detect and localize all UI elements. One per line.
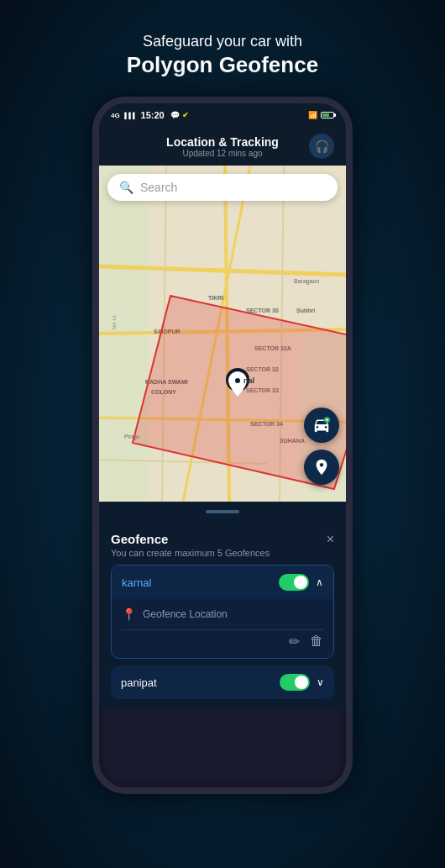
svg-text:TIKRI: TIKRI	[208, 295, 223, 301]
geofence-actions: ✏ 🗑	[122, 629, 323, 650]
app-subtitle: Updated 12 mins ago	[136, 149, 309, 158]
battery-icon	[321, 112, 334, 118]
app-title: Location & Tracking	[136, 135, 309, 149]
app-title-block: Location & Tracking Updated 12 mins ago	[136, 135, 309, 158]
geofence-title: Geofence	[111, 532, 270, 546]
geofence-header: Geofence You can create maximum 5 Geofen…	[111, 532, 334, 558]
geofence-expanded-karnal: 📍 Geofence Location ✏ 🗑	[112, 599, 333, 658]
headline-bold: Polygon Geofence	[127, 51, 318, 80]
headphone-icon: 🎧	[315, 139, 329, 153]
delete-button[interactable]: 🗑	[310, 634, 323, 650]
close-button[interactable]: ×	[327, 532, 334, 547]
pull-indicator-container	[99, 502, 346, 522]
car-location-button[interactable]	[304, 408, 339, 443]
geofence-item-name-karnal: karnal	[122, 576, 151, 589]
chevron-down-icon-panipat[interactable]: ∨	[317, 676, 324, 688]
search-placeholder: Search	[140, 181, 177, 194]
search-icon: 🔍	[119, 181, 134, 194]
svg-text:nal: nal	[243, 376, 254, 385]
person-location-button[interactable]	[304, 450, 339, 485]
status-right: 📶	[308, 111, 334, 119]
signal-4g: 4G	[111, 112, 120, 119]
signal-icon: 📶	[308, 111, 317, 119]
geofence-item-controls-karnal: ∧	[279, 574, 323, 591]
map-float-buttons	[304, 408, 339, 485]
geofence-title-block: Geofence You can create maximum 5 Geofen…	[111, 532, 270, 558]
app-header: Location & Tracking Updated 12 mins ago …	[99, 127, 346, 166]
headline: Safeguard your car with Polygon Geofence	[127, 32, 318, 80]
person-pin-icon	[312, 458, 331, 476]
location-pin-icon: 📍	[122, 608, 136, 621]
status-bar: 4G ▐▐▐ 15:20 💬 ✔ 📶	[99, 103, 346, 127]
edit-button[interactable]: ✏	[289, 634, 300, 650]
phone-frame: 4G ▐▐▐ 15:20 💬 ✔ 📶 Location & Tracking U…	[92, 97, 353, 794]
tick-icon: ✔	[182, 111, 189, 119]
geofence-item-panipat[interactable]: panipat ∨	[111, 665, 334, 699]
geofence-toggle-panipat[interactable]	[280, 674, 310, 691]
geofence-location-text: Geofence Location	[143, 608, 228, 620]
pull-indicator	[206, 510, 239, 513]
geofence-item-karnal: karnal ∧ 📍 Geofence Location ✏ 🗑	[111, 565, 334, 659]
whatsapp-icon: 💬	[170, 111, 180, 119]
geofence-item-controls-panipat: ∨	[280, 674, 324, 691]
geofence-toggle-karnal[interactable]	[279, 574, 309, 591]
map-container[interactable]: NH 11 TIKRI SECTOR 30 SECTOR 32A SECTOR …	[99, 166, 346, 502]
svg-text:NH 11: NH 11	[112, 315, 117, 330]
geofence-item-name-panipat: panipat	[121, 676, 157, 689]
status-time: 15:20	[141, 110, 165, 120]
svg-text:Subhri: Subhri	[296, 308, 315, 313]
svg-text:Baragaon: Baragaon	[294, 278, 319, 285]
geofence-subtitle: You can create maximum 5 Geofences	[111, 548, 270, 558]
geofence-location-row: 📍 Geofence Location	[122, 608, 323, 621]
geofence-item-header-karnal[interactable]: karnal ∧	[112, 566, 333, 599]
signal-bars: ▐▐▐	[123, 113, 135, 118]
status-left: 4G ▐▐▐ 15:20 💬 ✔	[111, 110, 189, 120]
geofence-panel: Geofence You can create maximum 5 Geofen…	[99, 522, 346, 709]
car-icon	[312, 416, 331, 434]
chevron-up-icon-karnal[interactable]: ∧	[316, 576, 323, 588]
svg-text:SECTOR 30: SECTOR 30	[246, 308, 279, 313]
headline-top: Safeguard your car with	[143, 33, 302, 50]
headphone-button[interactable]: 🎧	[309, 134, 334, 159]
svg-point-27	[235, 378, 240, 383]
search-bar[interactable]: 🔍 Search	[107, 174, 338, 201]
